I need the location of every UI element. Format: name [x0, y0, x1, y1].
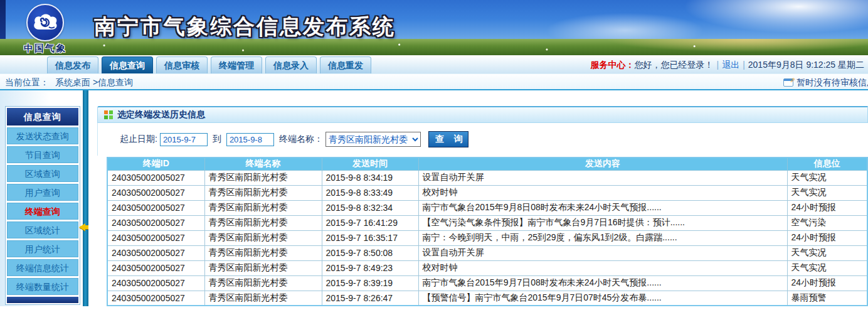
nav-tab-终端管理[interactable]: 终端管理: [211, 56, 262, 73]
table-cell: 青秀区南阳新光村委: [204, 185, 322, 200]
terminal-select[interactable]: 青秀区南阳新光村委: [326, 132, 421, 147]
sidebar-item-终端信息统计[interactable]: 终端信息统计: [7, 259, 78, 276]
table-cell: 青秀区南阳新光村委: [204, 291, 322, 306]
sidebar-item-区域查询[interactable]: 区域查询: [7, 165, 78, 182]
service-center-label: 服务中心：: [591, 60, 635, 70]
table-cell: 设置自动开关屏: [418, 245, 787, 260]
cma-logo: 中国气象: [14, 4, 77, 55]
table-cell: 南宁市气象台2015年9月7日08时发布未来24小时天气预报......: [418, 275, 787, 291]
table-row[interactable]: 240305002005027青秀区南阳新光村委2015-9-7 16:41:2…: [107, 215, 867, 230]
table-cell: 青秀区南阳新光村委: [204, 260, 322, 275]
table-cell: 240305002005027: [107, 230, 204, 245]
table-cell: 24小时预报: [787, 275, 867, 291]
breadcrumb-separator: >: [93, 77, 98, 87]
table-cell: 240305002005027: [107, 245, 204, 260]
sidebar-item-终端查询[interactable]: 终端查询: [7, 203, 78, 220]
page-body: 信息查询 发送状态查询节目查询区域查询用户查询终端查询区域统计用户统计终端信息统…: [0, 90, 868, 306]
table-cell: 24小时预报: [787, 230, 867, 245]
table-cell: 【空气污染气象条件预报】南宁市气象台9月7日16时提供：预计......: [418, 215, 787, 230]
sidebar: 信息查询 发送状态查询节目查询区域查询用户查询终端查询区域统计用户统计终端信息统…: [0, 90, 83, 306]
table-row[interactable]: 240305002005027青秀区南阳新光村委2015-9-7 8:26:47…: [107, 291, 867, 306]
table-cell: 【预警信号】南宁市气象台2015年9月7日07时45分发布暴......: [418, 291, 787, 306]
table-cell: 南宁：今晚到明天，中雨，25到29度，偏东风1到2级。白露踹......: [418, 230, 787, 245]
separator: |: [743, 60, 745, 70]
nav-tab-信息审核[interactable]: 信息审核: [156, 56, 208, 73]
datetime-text: 2015年9月8日 9:12:25 星期二: [748, 60, 864, 70]
table-cell: 青秀区南阳新光村委: [204, 275, 322, 291]
breadcrumb-label: 当前位置：: [5, 77, 49, 87]
query-form: 起止日期: 到 终端名称： 青秀区南阳新光村委 查 询: [97, 123, 868, 156]
panel-grid-icon: [104, 110, 113, 119]
table-cell: 2015-9-7 8:49:23: [322, 260, 418, 275]
table-cell: 240305002005027: [107, 215, 204, 230]
sidebar-item-节目查询[interactable]: 节目查询: [7, 146, 78, 163]
breadcrumb-current[interactable]: 信息查询: [98, 77, 133, 87]
nav-tab-信息发布[interactable]: 信息发布: [47, 56, 98, 73]
nav-tab-信息重发[interactable]: 信息重发: [320, 56, 371, 73]
sidebar-item-区域统计[interactable]: 区域统计: [7, 222, 78, 238]
nav-tab-信息录入[interactable]: 信息录入: [265, 56, 317, 73]
terminal-name-label: 终端名称：: [279, 134, 323, 145]
table-row[interactable]: 240305002005027青秀区南阳新光村委2015-9-8 8:34:19…: [107, 170, 867, 185]
table-cell: 24小时预报: [787, 200, 867, 215]
table-cell: 青秀区南阳新光村委: [204, 230, 322, 245]
column-header-信息位: 信息位: [787, 158, 867, 170]
table-row[interactable]: 240305002005027青秀区南阳新光村委2015-9-7 8:49:23…: [107, 260, 867, 275]
cma-logo-circle: [26, 4, 64, 41]
main-content: 选定终端发送历史信息 起止日期: 到 终端名称： 青秀区南阳新光村委 查 询 终…: [88, 90, 868, 306]
table-row[interactable]: 240305002005027青秀区南阳新光村委2015-9-7 16:35:1…: [107, 230, 867, 245]
sidebar-item-终端数量统计[interactable]: 终端数量统计: [7, 278, 78, 295]
top-navbar: 信息发布信息查询信息审核终端管理信息录入信息重发 服务中心：您好，您已经登录！|…: [0, 55, 868, 74]
table-row[interactable]: 240305002005027青秀区南阳新光村委2015-9-7 8:50:08…: [107, 245, 867, 260]
table-cell: 240305002005027: [107, 170, 204, 185]
sidebar-item-用户统计[interactable]: 用户统计: [7, 240, 78, 257]
breadcrumb-desktop-link[interactable]: 系统桌面: [55, 77, 90, 87]
sidebar-footer-bar: [7, 297, 78, 303]
table-cell: 天气实况: [787, 185, 867, 200]
table-cell: 240305002005027: [107, 275, 204, 291]
history-panel: 选定终端发送历史信息 起止日期: 到 终端名称： 青秀区南阳新光村委 查 询 终…: [97, 106, 868, 306]
date-from-input[interactable]: [160, 133, 208, 146]
separator: |: [717, 60, 719, 70]
nav-tabs: 信息发布信息查询信息审核终端管理信息录入信息重发: [47, 56, 374, 73]
table-row[interactable]: 240305002005027青秀区南阳新光村委2015-9-8 8:33:49…: [107, 185, 867, 200]
breadcrumb-bar: 当前位置：系统桌面 >信息查询 暂时没有待审核信息: [0, 74, 868, 90]
sidebar-item-用户查询[interactable]: 用户查询: [7, 184, 78, 201]
sidebar-items: 发送状态查询节目查询区域查询用户查询终端查询区域统计用户统计终端信息统计终端数量…: [7, 127, 78, 295]
sidebar-menu: 信息查询 发送状态查询节目查询区域查询用户查询终端查询区域统计用户统计终端信息统…: [5, 106, 80, 305]
date-to-input[interactable]: [226, 133, 274, 146]
table-row[interactable]: 240305002005027青秀区南阳新光村委2015-9-8 8:32:34…: [107, 200, 867, 215]
cma-logo-cloud-icon: [32, 12, 58, 33]
table-cell: 2015-9-7 16:41:29: [322, 215, 418, 230]
cma-logo-text: 中国气象: [14, 43, 77, 55]
sidebar-collapse-bar[interactable]: [83, 90, 88, 306]
audit-notice: 暂时没有待审核信息: [783, 74, 868, 90]
system-title: 南宁市气象综合信息发布系统: [94, 13, 396, 41]
panel-header: 选定终端发送历史信息: [97, 106, 868, 123]
table-cell: 天气实况: [787, 260, 867, 275]
sidebar-item-发送状态查询[interactable]: 发送状态查询: [7, 127, 78, 144]
table-cell: 240305002005027: [107, 291, 204, 306]
table-cell: 空气污染: [787, 215, 867, 230]
table-cell: 2015-9-8 8:33:49: [322, 185, 418, 200]
table-cell: 240305002005027: [107, 260, 204, 275]
header-banner: 中国气象 南宁市气象综合信息发布系统: [0, 0, 868, 55]
table-cell: 青秀区南阳新光村委: [204, 200, 322, 215]
nav-tab-信息查询[interactable]: 信息查询: [102, 56, 153, 73]
sidebar-header: 信息查询: [7, 108, 78, 125]
table-header-row: 终端ID终端名称发送时间发送内容信息位: [107, 158, 867, 170]
table-cell: 青秀区南阳新光村委: [204, 170, 322, 185]
table-cell: 设置自动开关屏: [418, 170, 787, 185]
query-button[interactable]: 查 询: [428, 131, 468, 147]
table-cell: 240305002005027: [107, 200, 204, 215]
edit-note-icon: [783, 78, 793, 87]
table-row[interactable]: 240305002005027青秀区南阳新光村委2015-9-7 8:39:19…: [107, 275, 867, 291]
logout-link[interactable]: 退出: [722, 60, 739, 70]
table-cell: 青秀区南阳新光村委: [204, 245, 322, 260]
history-table: 终端ID终端名称发送时间发送内容信息位 240305002005027青秀区南阳…: [107, 157, 868, 306]
login-greeting: 您好，您已经登录！: [635, 60, 714, 70]
panel-title: 选定终端发送历史信息: [117, 109, 205, 120]
table-cell: 2015-9-7 8:39:19: [322, 275, 418, 291]
table-cell: 天气实况: [787, 245, 867, 260]
breadcrumb: 当前位置：系统桌面 >信息查询: [5, 74, 133, 90]
